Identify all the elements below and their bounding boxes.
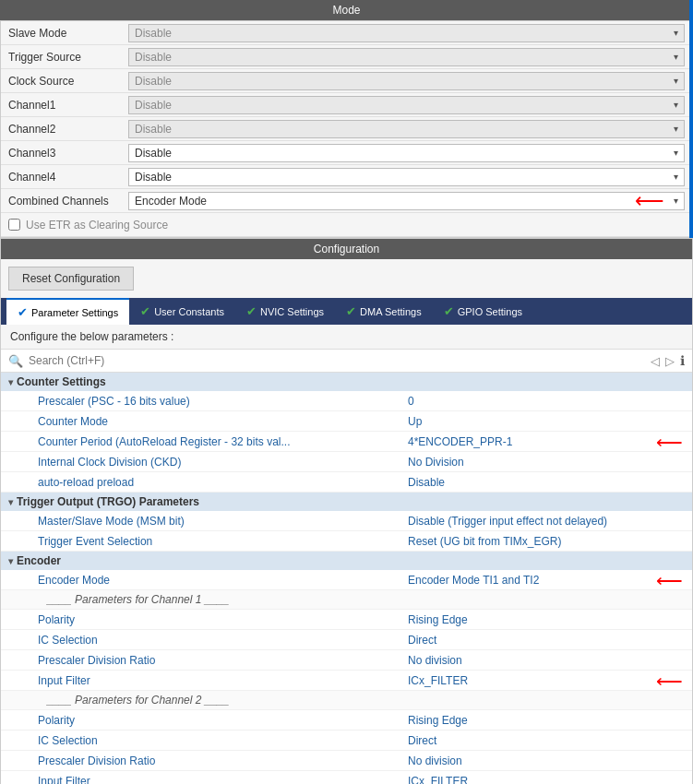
- param-value-0-4: Disable: [408, 476, 685, 489]
- param-value-2-8: Direct: [408, 734, 685, 747]
- param-value-0-2: 4*ENCODER_PPR-1: [408, 435, 685, 448]
- mode-section-wrapper: Mode Slave ModeDisable▾Trigger SourceDis…: [0, 0, 693, 238]
- group-name-2: Encoder: [17, 554, 61, 567]
- param-row-0-4: auto-reload preloadDisable: [1, 472, 692, 493]
- tab-check-icon-3: ✔: [346, 304, 356, 318]
- reset-config-button[interactable]: Reset Configuration: [8, 267, 134, 291]
- search-input[interactable]: [29, 354, 645, 367]
- param-name-2-8: IC Selection: [38, 734, 408, 747]
- param-row-2-0: Encoder ModeEncoder Mode TI1 and TI2⟵: [1, 570, 692, 590]
- chevron-down-icon-3: ▾: [674, 100, 678, 110]
- tab-gpio-settings[interactable]: ✔GPIO Settings: [433, 298, 533, 325]
- param-row-2-2: PolarityRising Edge: [1, 610, 692, 630]
- param-row-2-3: IC SelectionDirect: [1, 630, 692, 650]
- param-name-2-5: Input Filter: [38, 674, 408, 687]
- search-icon: 🔍: [8, 354, 23, 368]
- tab-nvic-settings[interactable]: ✔NVIC Settings: [235, 298, 335, 325]
- mode-row-label-1: Trigger Source: [8, 51, 128, 64]
- chevron-down-icon-1: ▾: [674, 52, 678, 62]
- group-header-2[interactable]: ▾Encoder: [1, 552, 692, 570]
- param-value-1-1: Reset (UG bit from TIMx_EGR): [408, 535, 685, 548]
- chevron-down-icon-6: ▾: [674, 172, 678, 182]
- mode-row-1: Trigger SourceDisable▾: [1, 45, 692, 69]
- mode-row-5: Channel3Disable▾: [1, 141, 692, 165]
- tab-check-icon-4: ✔: [444, 304, 454, 318]
- param-value-2-10: ICx_FILTER: [408, 775, 685, 785]
- param-name-1-1: Trigger Event Selection: [38, 535, 408, 548]
- group-header-0[interactable]: ▾Counter Settings: [1, 373, 692, 391]
- mode-row-select-6[interactable]: Disable▾: [128, 168, 685, 186]
- param-value-2-7: Rising Edge: [408, 714, 685, 727]
- search-prev-button[interactable]: ◁: [651, 354, 660, 368]
- param-value-2-5: ICx_FILTER: [408, 674, 685, 687]
- mode-row-label-3: Channel1: [8, 99, 128, 112]
- params-label: Configure the below parameters :: [1, 325, 692, 350]
- param-value-2-2: Rising Edge: [408, 613, 685, 626]
- mode-row-select-4[interactable]: Disable▾: [128, 120, 685, 138]
- mode-header: Mode: [0, 0, 693, 20]
- param-name-0-4: auto-reload preload: [38, 476, 408, 489]
- tab-user-constants[interactable]: ✔User Constants: [129, 298, 235, 325]
- mode-row-select-5[interactable]: Disable▾: [128, 144, 685, 162]
- param-name-2-10: Input Filter: [38, 775, 408, 785]
- mode-row-0: Slave ModeDisable▾: [1, 21, 692, 45]
- param-row-2-9: Prescaler Division RatioNo division: [1, 751, 692, 771]
- group-chevron-1: ▾: [8, 497, 13, 507]
- mode-rows-container: Slave ModeDisable▾Trigger SourceDisable▾…: [1, 21, 692, 213]
- use-etr-checkbox[interactable]: [8, 219, 20, 231]
- mode-row-label-7: Combined Channels: [8, 195, 128, 208]
- param-row-2-7: PolarityRising Edge: [1, 710, 692, 731]
- tab-check-icon-0: ✔: [18, 305, 28, 319]
- mode-row-select-3[interactable]: Disable▾: [128, 96, 685, 114]
- config-section: Configuration Reset Configuration ✔Param…: [0, 238, 693, 784]
- param-value-2-0: Encoder Mode TI1 and TI2: [408, 574, 685, 587]
- use-etr-label: Use ETR as Clearing Source: [26, 219, 168, 232]
- params-tree: ▾Counter SettingsPrescaler (PSC - 16 bit…: [1, 373, 692, 784]
- info-icon: ℹ: [680, 353, 685, 368]
- mode-row-4: Channel2Disable▾: [1, 117, 692, 141]
- mode-row-select-1[interactable]: Disable▾: [128, 48, 685, 66]
- mode-row-label-6: Channel4: [8, 171, 128, 184]
- param-name-1-0: Master/Slave Mode (MSM bit): [38, 515, 408, 528]
- mode-row-label-5: Channel3: [8, 147, 128, 160]
- group-name-1: Trigger Output (TRGO) Parameters: [17, 495, 199, 508]
- param-row-1-0: Master/Slave Mode (MSM bit)Disable (Trig…: [1, 511, 692, 531]
- blue-bar: [689, 0, 693, 238]
- param-name-2-3: IC Selection: [38, 634, 408, 647]
- group-header-1[interactable]: ▾Trigger Output (TRGO) Parameters: [1, 493, 692, 511]
- param-value-1-0: Disable (Trigger input effect not delaye…: [408, 515, 685, 528]
- mode-row-6: Channel4Disable▾: [1, 165, 692, 189]
- group-chevron-2: ▾: [8, 556, 13, 566]
- tab-check-icon-1: ✔: [140, 304, 150, 318]
- mode-row-label-0: Slave Mode: [8, 27, 128, 40]
- chevron-down-icon-5: ▾: [674, 148, 678, 158]
- mode-row-7: Combined ChannelsEncoder Mode▾⟵: [1, 189, 692, 213]
- mode-row-3: Channel1Disable▾: [1, 93, 692, 117]
- tab-label-1: User Constants: [154, 306, 224, 317]
- tab-dma-settings[interactable]: ✔DMA Settings: [335, 298, 433, 325]
- param-value-0-0: 0: [408, 395, 685, 408]
- param-separator-2-1: ____ Parameters for Channel 1 ____: [1, 590, 692, 610]
- tab-parameter-settings[interactable]: ✔Parameter Settings: [6, 298, 129, 325]
- param-name-0-3: Internal Clock Division (CKD): [38, 456, 408, 469]
- mode-row-label-2: Clock Source: [8, 75, 128, 88]
- mode-row-label-4: Channel2: [8, 123, 128, 136]
- param-name-0-1: Counter Mode: [38, 415, 408, 428]
- param-value-2-4: No division: [408, 654, 685, 667]
- mode-row-select-2[interactable]: Disable▾: [128, 72, 685, 90]
- mode-row-select-7[interactable]: Encoder Mode▾: [128, 192, 685, 210]
- tab-label-2: NVIC Settings: [260, 306, 324, 317]
- param-value-2-9: No division: [408, 754, 685, 767]
- param-name-0-2: Counter Period (AutoReload Register - 32…: [38, 435, 408, 448]
- search-next-button[interactable]: ▷: [665, 354, 675, 368]
- param-value-0-3: No Division: [408, 456, 685, 469]
- param-row-2-8: IC SelectionDirect: [1, 731, 692, 751]
- param-row-1-1: Trigger Event SelectionReset (UG bit fro…: [1, 531, 692, 552]
- param-row-0-2: Counter Period (AutoReload Register - 32…: [1, 432, 692, 452]
- mode-row-select-0[interactable]: Disable▾: [128, 24, 685, 42]
- param-value-0-1: Up: [408, 415, 685, 428]
- group-chevron-0: ▾: [8, 377, 13, 387]
- config-header: Configuration: [1, 239, 692, 259]
- mode-section: Slave ModeDisable▾Trigger SourceDisable▾…: [0, 20, 693, 238]
- param-row-2-4: Prescaler Division RatioNo division: [1, 650, 692, 671]
